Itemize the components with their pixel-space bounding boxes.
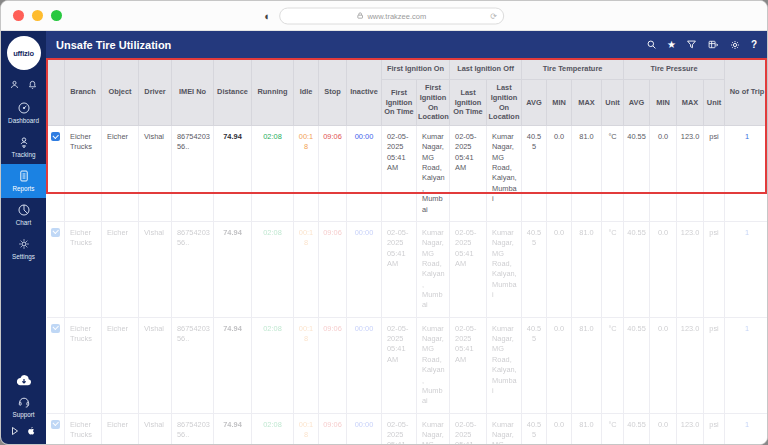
column-header-temp-unit: Unit — [602, 80, 624, 126]
column-header-pressure-max: MAX — [677, 80, 704, 126]
distance-cell: 74.94 — [214, 413, 252, 445]
column-header-temp-min: MIN — [547, 80, 572, 126]
notification-bell-icon[interactable] — [27, 79, 38, 90]
last-ignition-time-cell: 02-05-2025 05:41 AM — [450, 126, 487, 222]
object-cell: Eicher — [102, 317, 139, 413]
column-header-temp-avg: AVG — [522, 80, 547, 126]
browser-chrome: ◐ www.trakzee.com ⟳ — [1, 1, 767, 31]
search-icon[interactable] — [646, 39, 657, 50]
group-header-tire-temperature: Tire Temperature — [522, 59, 624, 80]
first-ignition-location-cell: Kumar Nagar, MG Road, Kalyan, Mumbai — [417, 126, 450, 222]
export-icon[interactable] — [707, 39, 719, 50]
temp-avg-cell: 40.55 — [522, 413, 547, 445]
object-cell: Eicher — [102, 126, 139, 222]
inactive-cell: 00:00 — [347, 126, 382, 222]
refresh-icon[interactable]: ⟳ — [490, 11, 497, 20]
no-of-trip-cell[interactable]: 1 — [725, 126, 767, 222]
support-headset-icon — [17, 395, 31, 409]
column-header-running: Running — [252, 59, 294, 126]
idle-cell: 00:18 — [294, 221, 319, 317]
row-checkbox[interactable] — [51, 420, 60, 429]
address-bar[interactable]: www.trakzee.com ⟳ — [279, 7, 504, 24]
privacy-shield-icon: ◐ — [264, 10, 271, 22]
row-checkbox[interactable] — [51, 324, 60, 333]
sidebar-item-label: Settings — [12, 253, 35, 260]
temp-min-cell: 0.0 — [547, 413, 572, 445]
apple-icon[interactable] — [26, 425, 37, 437]
column-header-no-of-trip: No of Trip — [725, 59, 767, 126]
row-checkbox[interactable] — [51, 132, 60, 141]
sidebar-item-settings[interactable]: Settings — [1, 232, 46, 266]
column-header-idle: Idle — [294, 59, 319, 126]
select-column-header — [47, 59, 65, 126]
running-cell: 02:08 — [252, 317, 294, 413]
stop-cell: 09:06 — [319, 413, 347, 445]
no-of-trip-cell[interactable]: 1 — [725, 317, 767, 413]
first-ignition-location-cell: Kumar Nagar, MG Road, Kalyan, Mumbai — [417, 221, 450, 317]
temp-min-cell: 0.0 — [547, 317, 572, 413]
distance-cell: 74.94 — [214, 317, 252, 413]
select-cell — [47, 317, 65, 413]
first-ignition-location-cell: Kumar Nagar, MG Road, Kalyan, Mumbai — [417, 317, 450, 413]
table-header: Branch Object Driver IMEI No Distance Ru… — [47, 59, 768, 126]
help-icon[interactable]: ? — [751, 40, 757, 50]
last-ignition-time-cell: 02-05-2025 05:41 AM — [450, 221, 487, 317]
url-text: www.trakzee.com — [367, 11, 426, 20]
sidebar-item-label: Support — [12, 411, 34, 418]
temp-unit-cell: °C — [602, 413, 624, 445]
pressure-min-cell: 0.0 — [650, 126, 677, 222]
reports-icon — [17, 169, 31, 183]
temp-unit-cell: °C — [602, 126, 624, 222]
temp-avg-cell: 40.55 — [522, 317, 547, 413]
table-row: Eicher Trucks Eicher Vishal 8675420356..… — [47, 221, 768, 317]
sidebar-item-dashboard[interactable]: Dashboard — [1, 96, 46, 130]
maximize-window-button[interactable] — [51, 10, 62, 21]
column-header-first-ignition-time: First Ignition On Time — [382, 80, 417, 126]
close-window-button[interactable] — [13, 10, 24, 21]
distance-cell: 74.94 — [214, 221, 252, 317]
group-header-first-ignition-on: First Ignition On — [382, 59, 450, 80]
column-header-pressure-min: MIN — [650, 80, 677, 126]
pressure-max-cell: 123.0 — [677, 126, 704, 222]
google-play-icon[interactable] — [10, 426, 20, 436]
minimize-window-button[interactable] — [32, 10, 43, 21]
temp-min-cell: 0.0 — [547, 221, 572, 317]
sidebar-item-tracking[interactable]: Tracking — [1, 130, 46, 164]
no-of-trip-cell[interactable]: 1 — [725, 221, 767, 317]
cloud-download-button[interactable] — [15, 373, 33, 387]
column-header-stop: Stop — [319, 59, 347, 126]
inactive-cell: 00:00 — [347, 221, 382, 317]
sidebar-item-label: Dashboard — [8, 117, 39, 124]
driver-cell: Vishal — [139, 126, 172, 222]
branch-cell: Eicher Trucks — [65, 126, 102, 222]
sidebar-item-reports[interactable]: Reports — [1, 164, 46, 198]
settings-gear-icon[interactable] — [729, 39, 741, 51]
imei-cell: 8675420356.. — [172, 126, 214, 222]
stop-cell: 09:06 — [319, 317, 347, 413]
filter-icon[interactable] — [686, 39, 697, 50]
row-checkbox[interactable] — [51, 228, 60, 237]
last-ignition-location-cell: Kumar Nagar, MG Road, Kalyan, Mumbai — [487, 317, 522, 413]
user-icon[interactable] — [9, 79, 20, 90]
column-header-first-ignition-location: First Ignition On Location — [417, 80, 450, 126]
sidebar-item-chart[interactable]: Chart — [1, 198, 46, 232]
uffizio-logo: uffizio — [7, 36, 41, 70]
sidebar-item-label: Reports — [12, 185, 34, 192]
table-row: Eicher Trucks Eicher Vishal 8675420356..… — [47, 413, 768, 445]
column-header-imei: IMEI No — [172, 59, 214, 126]
column-header-pressure-avg: AVG — [624, 80, 650, 126]
pressure-avg-cell: 40.55 — [624, 317, 650, 413]
temp-unit-cell: °C — [602, 317, 624, 413]
column-header-object: Object — [102, 59, 139, 126]
dashboard-icon — [17, 101, 31, 115]
sidebar-item-support[interactable]: Support — [12, 395, 34, 418]
no-of-trip-cell[interactable]: 1 — [725, 413, 767, 445]
select-cell — [47, 221, 65, 317]
sidebar-item-label: Tracking — [12, 151, 36, 158]
running-cell: 02:08 — [252, 126, 294, 222]
group-header-tire-pressure: Tire Pressure — [624, 59, 725, 80]
favorite-star-icon[interactable]: ★ — [667, 40, 676, 50]
driver-cell: Vishal — [139, 221, 172, 317]
column-header-temp-max: MAX — [572, 80, 602, 126]
idle-cell: 00:18 — [294, 126, 319, 222]
